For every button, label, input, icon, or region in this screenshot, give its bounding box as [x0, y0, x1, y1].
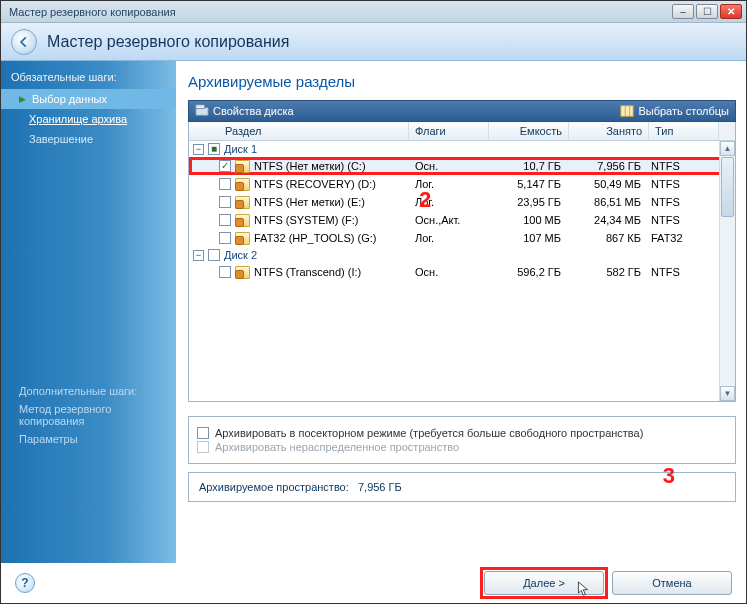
- sidebar-step-archive-storage[interactable]: Хранилище архива: [1, 109, 176, 129]
- partition-flags: Лог.: [409, 178, 489, 190]
- table-row[interactable]: NTFS (SYSTEM) (F:)Осн.,Акт.100 МБ24,34 М…: [189, 211, 735, 229]
- choose-columns-label: Выбрать столбцы: [638, 105, 729, 117]
- row-checkbox[interactable]: [219, 266, 231, 278]
- partition-used: 7,956 ГБ: [569, 160, 649, 172]
- next-button-label: Далее >: [523, 577, 565, 589]
- options-box: Архивировать в посекторном режиме (требу…: [188, 416, 736, 464]
- disk-2-row[interactable]: − Диск 2: [189, 247, 735, 263]
- col-partition[interactable]: Раздел: [189, 122, 409, 140]
- col-capacity[interactable]: Емкость: [489, 122, 569, 140]
- partition-name: NTFS (Transcend) (I:): [254, 266, 361, 278]
- back-button[interactable]: [11, 29, 37, 55]
- partition-capacity: 596,2 ГБ: [489, 266, 569, 278]
- svg-rect-1: [196, 105, 205, 109]
- row-checkbox[interactable]: [219, 178, 231, 190]
- sidebar-step-finish: Завершение: [1, 129, 176, 149]
- collapse-icon[interactable]: −: [193, 250, 204, 261]
- disk-properties-button[interactable]: Свойства диска: [195, 104, 294, 118]
- row-checkbox[interactable]: [219, 196, 231, 208]
- minimize-button[interactable]: –: [672, 4, 694, 19]
- partition-used: 24,34 МБ: [569, 214, 649, 226]
- drive-icon: [235, 232, 250, 245]
- sidebar-section-optional-title: Дополнительные шаги:: [1, 382, 176, 400]
- option-label: Архивировать в посекторном режиме (требу…: [215, 427, 643, 439]
- annotation-3: 3: [663, 463, 675, 489]
- row-checkbox[interactable]: [219, 214, 231, 226]
- option-sector-mode[interactable]: Архивировать в посекторном режиме (требу…: [197, 427, 727, 439]
- option-unallocated[interactable]: Архивировать нераспределенное пространст…: [197, 441, 727, 453]
- partition-capacity: 100 МБ: [489, 214, 569, 226]
- choose-columns-button[interactable]: Выбрать столбцы: [620, 104, 729, 118]
- col-flags[interactable]: Флаги: [409, 122, 489, 140]
- sidebar-step-label: Выбор данных: [32, 93, 107, 105]
- svg-rect-2: [621, 106, 633, 117]
- archive-space-value: 7,956 ГБ: [358, 481, 402, 493]
- sidebar-section-required: Обязательные шаги:: [1, 67, 176, 89]
- scrollbar[interactable]: ▲ ▼: [719, 141, 735, 401]
- cancel-button-label: Отмена: [652, 577, 691, 589]
- cursor-icon: [577, 580, 591, 598]
- partition-flags: Осн.,Акт.: [409, 214, 489, 226]
- col-used[interactable]: Занято: [569, 122, 649, 140]
- cancel-button[interactable]: Отмена: [612, 571, 732, 595]
- partition-used: 86,51 МБ: [569, 196, 649, 208]
- header-band: Мастер резервного копирования: [1, 23, 746, 61]
- maximize-button[interactable]: ☐: [696, 4, 718, 19]
- scroll-thumb[interactable]: [721, 157, 734, 217]
- properties-icon: [195, 104, 209, 118]
- partition-capacity: 23,95 ГБ: [489, 196, 569, 208]
- window-title: Мастер резервного копирования: [9, 6, 670, 18]
- drive-icon: [235, 160, 250, 173]
- grid-body: − ■ Диск 1 ✓NTFS (Нет метки) (C:)Осн.10,…: [189, 141, 735, 401]
- disk-properties-label: Свойства диска: [213, 105, 294, 117]
- partition-flags: Осн.: [409, 266, 489, 278]
- body: Обязательные шаги: Выбор данных Хранилищ…: [1, 61, 746, 563]
- partition-name: NTFS (Нет метки) (C:): [254, 160, 366, 172]
- sidebar-opt-params: Параметры: [1, 430, 176, 448]
- partition-grid: Раздел Флаги Емкость Занято Тип − ■ Диск…: [188, 122, 736, 402]
- grid-header: Раздел Флаги Емкость Занято Тип: [189, 122, 735, 141]
- scroll-up-button[interactable]: ▲: [720, 141, 735, 156]
- disk-label: Диск 2: [224, 249, 257, 261]
- partition-name: NTFS (SYSTEM) (F:): [254, 214, 359, 226]
- next-button[interactable]: Далее >: [484, 571, 604, 595]
- help-button[interactable]: ?: [15, 573, 35, 593]
- partition-flags: Лог.: [409, 196, 489, 208]
- header-title: Мастер резервного копирования: [47, 33, 289, 51]
- sidebar-opt-method: Метод резервного копирования: [1, 400, 176, 430]
- columns-icon: [620, 104, 634, 118]
- partition-name: NTFS (Нет метки) (E:): [254, 196, 365, 208]
- row-checkbox[interactable]: ✓: [219, 160, 231, 172]
- disk-1-row[interactable]: − ■ Диск 1: [189, 141, 735, 157]
- checkbox[interactable]: [197, 427, 209, 439]
- partition-used: 867 КБ: [569, 232, 649, 244]
- collapse-icon[interactable]: −: [193, 144, 204, 155]
- col-scrollpad: [719, 122, 735, 140]
- main-panel: Архивируемые разделы Свойства диска Выбр…: [176, 61, 746, 563]
- sidebar: Обязательные шаги: Выбор данных Хранилищ…: [1, 61, 176, 563]
- disk-checkbox[interactable]: [208, 249, 220, 261]
- table-row[interactable]: ✓NTFS (Нет метки) (C:)Осн.10,7 ГБ7,956 Г…: [189, 157, 735, 175]
- grid-toolbar: Свойства диска Выбрать столбцы: [188, 100, 736, 122]
- option-label: Архивировать нераспределенное пространст…: [215, 441, 459, 453]
- checkbox[interactable]: [197, 441, 209, 453]
- arrow-left-icon: [17, 35, 31, 49]
- disk-checkbox[interactable]: ■: [208, 143, 220, 155]
- row-checkbox[interactable]: [219, 232, 231, 244]
- sidebar-step-select-data[interactable]: Выбор данных: [1, 89, 176, 109]
- archive-space-label: Архивируемое пространство:: [199, 481, 349, 493]
- drive-icon: [235, 178, 250, 191]
- partition-flags: Лог.: [409, 232, 489, 244]
- col-type[interactable]: Тип: [649, 122, 719, 140]
- disk-label: Диск 1: [224, 143, 257, 155]
- close-button[interactable]: ✕: [720, 4, 742, 19]
- table-row[interactable]: FAT32 (HP_TOOLS) (G:)Лог.107 МБ867 КБFAT…: [189, 229, 735, 247]
- drive-icon: [235, 196, 250, 209]
- drive-icon: [235, 266, 250, 279]
- wizard-window: Мастер резервного копирования – ☐ ✕ Маст…: [0, 0, 747, 604]
- table-row[interactable]: NTFS (RECOVERY) (D:)Лог.5,147 ГБ50,49 МБ…: [189, 175, 735, 193]
- partition-flags: Осн.: [409, 160, 489, 172]
- table-row[interactable]: NTFS (Нет метки) (E:)Лог.23,95 ГБ86,51 М…: [189, 193, 735, 211]
- scroll-down-button[interactable]: ▼: [720, 386, 735, 401]
- table-row[interactable]: NTFS (Transcend) (I:)Осн.596,2 ГБ582 ГБN…: [189, 263, 735, 281]
